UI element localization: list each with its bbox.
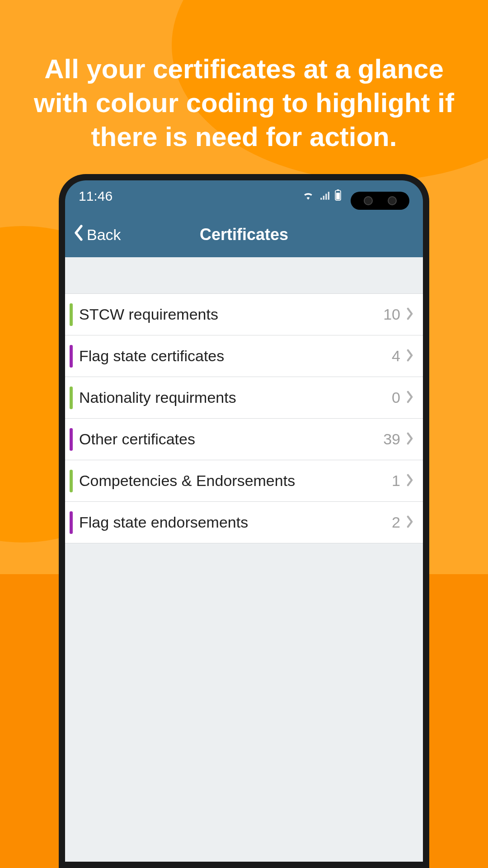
list-item-label: STCW requirements: [79, 306, 383, 323]
camera-dot: [388, 196, 397, 205]
list-item[interactable]: Flag state endorsements 2: [65, 502, 423, 543]
list-item-count: 1: [392, 472, 400, 490]
back-label: Back: [87, 226, 121, 244]
svg-rect-2: [336, 193, 340, 199]
wifi-icon: [302, 189, 314, 204]
list-item-label: Flag state endorsements: [79, 514, 392, 531]
list-item[interactable]: STCW requirements 10: [65, 294, 423, 335]
phone-screen: 11:46 Ba: [65, 180, 423, 862]
camera-dot: [364, 196, 373, 205]
status-stripe: [70, 303, 73, 326]
content-area: STCW requirements 10 Flag state certific…: [65, 257, 423, 862]
status-stripe: [70, 387, 73, 409]
chevron-right-icon: [406, 349, 414, 363]
chevron-left-icon: [73, 225, 84, 245]
promo-headline: All your certificates at a glance with c…: [18, 52, 470, 154]
list-item-count: 0: [392, 389, 400, 406]
phone-frame: 11:46 Ba: [59, 174, 429, 868]
chevron-right-icon: [406, 432, 414, 447]
list-item-count: 2: [392, 514, 400, 531]
list-item-count: 10: [383, 306, 400, 323]
nav-bar: Back Certificates: [65, 212, 423, 257]
signal-icon: [319, 189, 330, 204]
back-button[interactable]: Back: [65, 225, 121, 245]
promo-background: All your certificates at a glance with c…: [0, 0, 488, 868]
status-stripe: [70, 345, 73, 368]
list-item[interactable]: Other certificates 39: [65, 419, 423, 460]
page-title: Certificates: [200, 225, 288, 244]
svg-rect-1: [337, 189, 339, 190]
status-stripe: [70, 511, 73, 534]
battery-icon: [334, 189, 342, 204]
list-item-count: 4: [392, 347, 400, 365]
status-time: 11:46: [79, 189, 113, 204]
chevron-right-icon: [406, 307, 414, 322]
list-item-label: Other certificates: [79, 430, 383, 448]
certificate-list: STCW requirements 10 Flag state certific…: [65, 293, 423, 543]
list-item[interactable]: Nationality requirments 0: [65, 377, 423, 419]
chevron-right-icon: [406, 391, 414, 405]
list-item[interactable]: Flag state certificates 4: [65, 335, 423, 377]
list-item-label: Competencies & Endorsements: [79, 472, 392, 490]
chevron-right-icon: [406, 474, 414, 488]
list-item-count: 39: [383, 430, 400, 448]
spacer: [65, 257, 423, 293]
status-stripe: [70, 470, 73, 492]
list-item[interactable]: Competencies & Endorsements 1: [65, 460, 423, 502]
list-item-label: Flag state certificates: [79, 347, 392, 365]
list-item-label: Nationality requirments: [79, 389, 392, 406]
chevron-right-icon: [406, 515, 414, 530]
camera-cutout: [351, 192, 409, 210]
status-stripe: [70, 428, 73, 451]
